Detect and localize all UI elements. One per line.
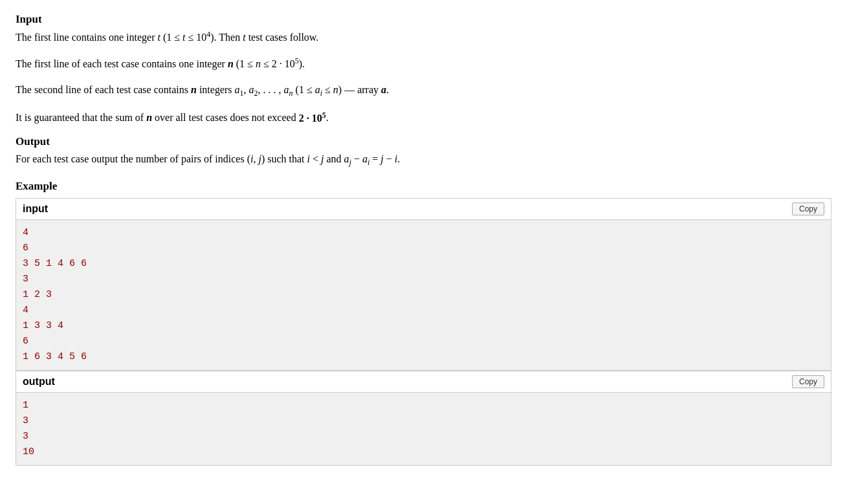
output-para1: For each test case output the number of … <box>16 151 831 169</box>
input-code-content: 4 6 3 5 1 4 6 6 3 1 2 3 4 1 3 3 4 6 1 6 … <box>16 220 831 370</box>
output-code-block: output Copy 1 3 3 10 <box>16 371 831 466</box>
input-title: Input <box>16 13 831 26</box>
output-title: Output <box>16 135 831 148</box>
input-para3: The second line of each test case contai… <box>16 82 831 100</box>
example-section: Example input Copy 4 6 3 5 1 4 6 6 3 1 2… <box>16 180 831 466</box>
output-code-content: 1 3 3 10 <box>16 393 831 465</box>
input-para2: The first line of each test case contain… <box>16 55 831 72</box>
input-code-label: input <box>23 203 48 215</box>
input-code-header: input Copy <box>16 199 831 220</box>
example-title: Example <box>16 180 831 193</box>
input-para4: It is guaranteed that the sum of n over … <box>16 109 831 126</box>
output-code-label: output <box>23 376 55 388</box>
output-copy-button[interactable]: Copy <box>792 375 824 388</box>
input-section: Input The first line contains one intege… <box>16 13 831 126</box>
output-section: Output For each test case output the num… <box>16 135 831 169</box>
output-code-header: output Copy <box>16 371 831 393</box>
input-copy-button[interactable]: Copy <box>792 203 824 215</box>
input-para1: The first line contains one integer t (1… <box>16 28 831 46</box>
input-code-block: input Copy 4 6 3 5 1 4 6 6 3 1 2 3 4 1 3… <box>16 198 831 371</box>
